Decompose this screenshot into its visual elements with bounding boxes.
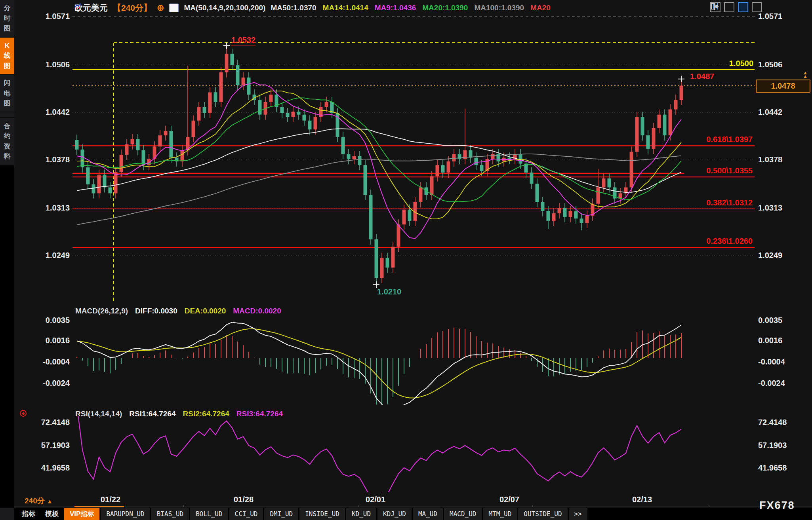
chart-canvas[interactable] bbox=[0, 0, 812, 520]
kline-chart-icon[interactable] bbox=[169, 4, 179, 12]
ma-legend-value-2: MA14:1.0414 bbox=[323, 4, 368, 12]
toolbar-tab-outside-ud[interactable]: OUTSIDE_UD bbox=[518, 508, 567, 520]
sidebar: 分时图K线图闪电图合约资料 bbox=[0, 0, 14, 520]
toolbar-tab-vip指标[interactable]: VIP指标 bbox=[64, 508, 99, 520]
scrollbar-thumb[interactable] bbox=[74, 506, 124, 507]
toolbar-tab-barupdn-ud[interactable]: BARUPDN_UD bbox=[101, 508, 150, 520]
toolbar-tab-mtm-ud[interactable]: MTM_UD bbox=[483, 508, 517, 520]
macd-diff-line bbox=[77, 322, 681, 411]
sidebar-tab-3[interactable]: 闪电图 bbox=[0, 75, 14, 112]
ma-legend-value-5: MA100:1.0390 bbox=[474, 4, 524, 12]
brand-watermark: FX678 bbox=[759, 499, 795, 512]
ma-legend-value-4: MA20:1.0390 bbox=[422, 4, 468, 12]
pane-collapse-icon[interactable] bbox=[752, 2, 762, 12]
toolbar-more-button[interactable]: >> bbox=[569, 508, 587, 520]
ma100-line bbox=[77, 154, 681, 225]
ma-legend-value-3: MA9:1.0436 bbox=[375, 4, 416, 12]
sidebar-tab-2[interactable]: K线图 bbox=[0, 38, 14, 75]
ma14-line bbox=[77, 91, 681, 219]
toolbar-tab-macd-ud[interactable]: MACD_UD bbox=[444, 508, 482, 520]
toolbar-tab-kd-ud[interactable]: KD_UD bbox=[346, 508, 376, 520]
chart-header: 欧元美元 【240分】 ⊕ MA(50,14,9,20,100,200) MA5… bbox=[74, 2, 551, 13]
toolbar-tab-cci-ud[interactable]: CCI_UD bbox=[229, 508, 263, 520]
ma-settings-label: MA(50,14,9,20,100,200) bbox=[184, 4, 265, 12]
bottom-toolbar: 指标模板VIP指标BARUPDN_UDBIAS_UDBOLL_UDCCI_UDD… bbox=[0, 508, 812, 520]
toolbar-tab-指标[interactable]: 指标 bbox=[17, 508, 40, 520]
toolbar-tab-ma-ud[interactable]: MA_UD bbox=[413, 508, 443, 520]
sidebar-tab-1[interactable]: 分时图 bbox=[0, 0, 14, 38]
right-axis-chart-icon[interactable] bbox=[738, 2, 748, 12]
toolbar-tab-inside-ud[interactable]: INSIDE_UD bbox=[299, 508, 345, 520]
rsi-line bbox=[77, 405, 681, 503]
chart-app: 分时图K线图闪电图合约资料 欧元美元 【240分】 ⊕ MA(50,14,9,2… bbox=[0, 0, 812, 520]
sidebar-tab-4[interactable]: 合约资料 bbox=[0, 117, 14, 165]
ma-legend-value-1: MA50:1.0370 bbox=[271, 4, 316, 12]
toolbar-corner bbox=[0, 508, 14, 520]
period-badge: 【240分】 bbox=[113, 2, 152, 13]
sidebar-strip: 分时图K线图闪电图合约资料 bbox=[0, 0, 14, 165]
left-axis-chart-icon[interactable] bbox=[724, 2, 734, 12]
chart-toolbar-icons bbox=[710, 2, 762, 12]
circle-plus-icon[interactable]: ⊕ bbox=[157, 4, 164, 12]
toolbar-tab-kdj-ud[interactable]: KDJ_UD bbox=[377, 508, 412, 520]
toolbar-tab-dmi-ud[interactable]: DMI_UD bbox=[264, 508, 298, 520]
ma-legend-value-6: MA20 bbox=[530, 4, 551, 12]
toolbar-tab-boll-ud[interactable]: BOLL_UD bbox=[190, 508, 228, 520]
ma-legend: MA50:1.0370MA14:1.0414MA9:1.0436MA20:1.0… bbox=[271, 4, 550, 12]
toolbar-tab-模板[interactable]: 模板 bbox=[41, 508, 63, 520]
toolbar-tab-bias-ud[interactable]: BIAS_UD bbox=[151, 508, 189, 520]
macd-dea-line bbox=[77, 329, 681, 398]
